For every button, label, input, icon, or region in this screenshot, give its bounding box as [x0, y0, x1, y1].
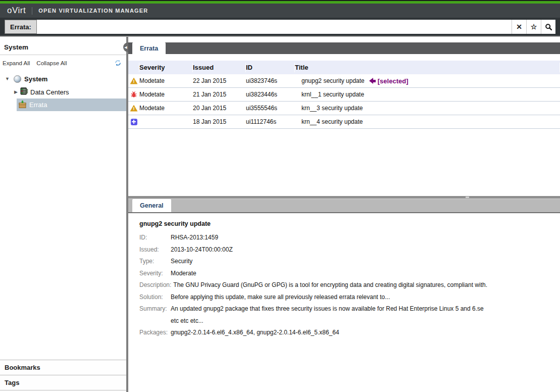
warning-icon — [130, 105, 138, 112]
table-row-krn4[interactable]: 18 Jan 2015 ui1112746s krn__4 security u… — [128, 115, 560, 129]
summary-value: An updated gnupg2 package that fixes thr… — [171, 303, 484, 327]
search-box: Errata: ✕ ☆ — [5, 20, 555, 34]
detail-field-id: ID: RHSA-2013:1459 — [139, 232, 550, 244]
selected-annotation: [selected] — [369, 77, 409, 85]
column-header-id[interactable]: ID — [246, 63, 295, 72]
search-scope-label[interactable]: Errata: — [5, 20, 37, 34]
tree-node-label: System — [24, 75, 47, 83]
warning-icon — [130, 78, 138, 84]
table-row-krnl1[interactable]: Modetate 21 Jan 2015 ui3823446s krnl__1 … — [128, 88, 560, 102]
search-input[interactable] — [37, 20, 512, 34]
content-area: System ◀ Expand All Collapse All — [0, 37, 560, 392]
table-row-krn3[interactable]: Modetate 20 Jan 2015 ui3555546s krn__3 s… — [128, 102, 560, 115]
magnifier-icon — [545, 23, 552, 31]
tree-node-system[interactable]: ▼ System — [0, 72, 126, 85]
cell-issued: 21 Jan 2015 — [193, 91, 246, 98]
cell-id: ui1112746s — [246, 118, 295, 125]
system-sidebar: System ◀ Expand All Collapse All — [0, 37, 128, 392]
table-empty-area — [128, 129, 560, 196]
detail-field-description: Description: The GNU Privacy Guard (GnuP… — [139, 279, 550, 291]
cell-id: ui3823446s — [246, 91, 295, 98]
general-detail-panel: gnupg2 security update ID: RHSA-2013:145… — [128, 213, 560, 392]
brand-green-strip — [0, 0, 560, 4]
tree-expanded-icon[interactable]: ▼ — [4, 76, 11, 81]
system-tree: ▼ System ▶ Data Ce — [0, 68, 126, 111]
errata-package-icon — [18, 100, 27, 110]
column-header-title[interactable]: Title — [295, 63, 560, 72]
clear-search-button[interactable]: ✕ — [512, 20, 526, 34]
cell-id: ui3555546s — [246, 105, 295, 112]
detail-field-packages: Packages: gnupg2-2.0.14-6.el6_4.x86_64, … — [139, 327, 550, 339]
detail-field-severity: Severity: Moderate — [139, 268, 550, 280]
sidebar-header: System ◀ — [0, 37, 126, 55]
refresh-icon[interactable] — [115, 60, 121, 66]
collapse-arrow-icon: ◀ — [124, 45, 127, 50]
tab-errata[interactable]: Errata — [132, 42, 166, 54]
pane-splitter[interactable] — [128, 196, 560, 199]
cell-severity: Modetate — [139, 105, 193, 112]
bug-icon — [130, 91, 137, 98]
collapse-all-link[interactable]: Collapse All — [36, 60, 67, 66]
sidebar-collapse-button[interactable]: ◀ — [123, 42, 128, 52]
cell-issued: 18 Jan 2015 — [193, 118, 246, 125]
cell-issued: 20 Jan 2015 — [193, 105, 246, 112]
tree-toolbar: Expand All Collapse All — [0, 55, 126, 68]
column-header-severity[interactable]: Severity — [139, 63, 193, 72]
tree-node-label: Errata — [29, 101, 47, 109]
cell-title: krn__4 security update — [295, 118, 560, 125]
tree-selection-highlight: Errata — [17, 99, 126, 111]
detail-tabstrip: General — [128, 199, 560, 213]
cell-issued: 22 Jan 2015 — [193, 77, 246, 84]
product-title: OPEN VIRTUALIZATION MANAGER — [38, 8, 148, 14]
column-header-icon — [128, 63, 139, 72]
bookmark-star-button[interactable]: ☆ — [526, 20, 541, 34]
main-tabstrip: Errata — [128, 42, 560, 54]
logo-divider — [32, 7, 32, 15]
masthead: oVirt OPEN VIRTUALIZATION MANAGER — [0, 4, 560, 18]
tree-node-data-centers[interactable]: ▶ Data Centers — [0, 85, 126, 99]
table-row-gnupg2[interactable]: Modetate 22 Jan 2015 ui3823746s gnupg2 s… — [128, 74, 560, 88]
tab-general[interactable]: General — [132, 199, 171, 212]
cell-severity: Modetate — [139, 77, 193, 84]
tags-section-header[interactable]: Tags — [0, 375, 126, 390]
ovirt-window: oVirt OPEN VIRTUALIZATION MANAGER Errata… — [0, 0, 560, 392]
detail-title: gnupg2 security update — [139, 220, 550, 227]
tree-node-label: Data Centers — [30, 88, 69, 96]
tree-node-errata-selected[interactable]: Errata — [0, 99, 126, 111]
search-bar: Errata: ✕ ☆ — [0, 18, 560, 37]
errata-table-header: Severity Issued ID Title — [128, 61, 560, 74]
cell-id: ui3823746s — [246, 77, 295, 84]
bookmarks-section-header[interactable]: Bookmarks — [0, 360, 126, 375]
detail-field-issued: Issued: 2013-10-24T00:00:00Z — [139, 244, 550, 256]
expand-all-link[interactable]: Expand All — [3, 60, 30, 66]
plus-icon — [131, 119, 137, 125]
sidebar-spacer — [0, 111, 126, 360]
cell-title: gnupg2 security update [selected] — [295, 77, 560, 85]
search-button[interactable] — [541, 20, 555, 34]
left-arrow-icon — [369, 78, 376, 84]
main-pane: Errata Severity Issued ID Title Modetate… — [128, 37, 560, 392]
data-centers-icon — [20, 87, 28, 96]
cell-title: krnl__1 security update — [295, 91, 560, 98]
errata-list-section: Errata Severity Issued ID Title Modetate… — [128, 37, 560, 196]
splitter-grip-icon — [466, 197, 469, 198]
detail-field-summary: Summary: An updated gnupg2 package that … — [139, 303, 550, 327]
tab-gap — [128, 54, 560, 61]
cell-severity: Modetate — [139, 91, 193, 98]
ovirt-logo: oVirt — [7, 6, 26, 16]
globe-icon — [14, 75, 21, 83]
column-header-issued[interactable]: Issued — [193, 63, 246, 72]
detail-field-type: Type: Security — [139, 256, 550, 268]
detail-field-solution: Solution: Before applying this update, m… — [139, 291, 550, 304]
sidebar-title: System — [4, 43, 28, 51]
tags-label: Tags — [5, 379, 19, 386]
tree-collapsed-icon[interactable]: ▶ — [13, 89, 19, 94]
bookmarks-label: Bookmarks — [5, 364, 40, 371]
cell-title: krn__3 security update — [295, 105, 560, 112]
